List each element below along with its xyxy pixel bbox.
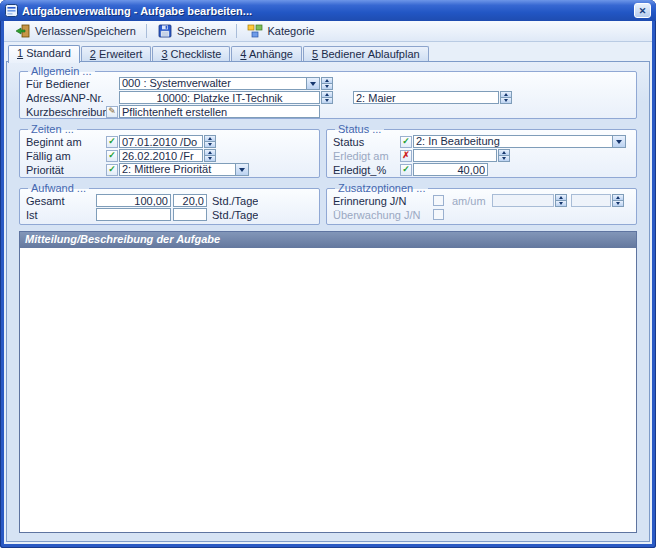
tab-checkliste[interactable]: 3 Checkliste — [152, 46, 230, 62]
am-um-label: am/um — [452, 195, 486, 207]
group-zusatzoptionen: Zusatzoptionen ... Erinnerung J/N am/um … — [326, 182, 637, 225]
check-icon[interactable]: ✓ — [106, 136, 118, 148]
spin-up-icon[interactable] — [321, 91, 333, 98]
erledigt-prozent-input[interactable] — [413, 163, 488, 176]
adress-stepper[interactable] — [321, 91, 333, 104]
group-aufwand: Aufwand ... Gesamt Std./Tage Ist Std./Ta… — [19, 182, 320, 225]
faellig-am-row: Fällig am ✓ — [26, 149, 313, 162]
mitteilung-panel: Mitteilung/Beschreibung der Aufgabe — [19, 231, 637, 533]
spin-up-icon[interactable] — [204, 149, 216, 156]
tab-erweitert[interactable]: 2 Erweitert — [81, 46, 152, 62]
spin-down-icon[interactable] — [500, 98, 512, 104]
category-label: Kategorie — [267, 24, 314, 38]
erinnerung-zeit-stepper[interactable] — [612, 194, 624, 207]
spin-down-icon[interactable] — [204, 142, 216, 148]
erledigt-am-label: Erledigt am — [333, 150, 400, 162]
erinnerung-row: Erinnerung J/N am/um — [333, 194, 630, 207]
gesamt-stunden-input[interactable] — [96, 194, 171, 207]
chevron-down-icon[interactable] — [235, 164, 248, 175]
spin-up-icon[interactable] — [498, 149, 510, 156]
spin-up-icon[interactable] — [204, 135, 216, 142]
erledigt-am-stepper[interactable] — [498, 149, 510, 162]
group-allgemein: Allgemein ... Für Bediener 000 : Systemv… — [19, 65, 637, 119]
prioritaet-combo[interactable]: 2: Mittlere Priorität — [119, 163, 249, 176]
tab-bediener-ablaufplan[interactable]: 5 Bediener Ablaufplan — [303, 46, 429, 62]
edit-icon[interactable]: ✎ — [106, 106, 118, 118]
spin-up-icon[interactable] — [500, 91, 512, 98]
ist-tage-input[interactable] — [173, 208, 207, 221]
beginnt-am-row: Beginnt am ✓ — [26, 135, 313, 148]
fuer-bediener-label: Für Bediener — [26, 78, 119, 90]
beginnt-am-stepper[interactable] — [204, 135, 216, 148]
group-aufwand-title: Aufwand ... — [28, 182, 89, 194]
standard-tab-page: Allgemein ... Für Bediener 000 : Systemv… — [6, 61, 650, 542]
ueberwachung-checkbox[interactable] — [433, 209, 444, 220]
ist-stunden-input[interactable] — [96, 208, 171, 221]
category-button[interactable]: Kategorie — [240, 22, 321, 40]
tab-anhaenge[interactable]: 4 Anhänge — [231, 46, 302, 62]
spin-up-icon[interactable] — [321, 77, 333, 84]
group-allgemein-title: Allgemein ... — [28, 65, 95, 77]
kurzbeschreibung-input[interactable] — [119, 105, 320, 118]
gesamt-tage-input[interactable] — [173, 194, 207, 207]
spin-down-icon[interactable] — [555, 201, 567, 207]
erledigt-am-input[interactable] — [413, 149, 497, 162]
ist-label: Ist — [26, 209, 96, 221]
clear-x-icon[interactable]: ✗ — [400, 150, 412, 162]
faellig-am-stepper[interactable] — [204, 149, 216, 162]
kurzbeschreibung-label: Kurzbeschreibung — [26, 106, 106, 118]
adress-input[interactable] — [119, 91, 320, 104]
contact-person-stepper[interactable] — [500, 91, 512, 104]
check-icon[interactable]: ✓ — [400, 136, 412, 148]
erledigt-prozent-row: Erledigt_% ✓ — [333, 163, 630, 176]
prioritaet-row: Priorität ✓ 2: Mittlere Priorität — [26, 163, 313, 176]
status-combo[interactable]: 2: In Bearbeitung — [413, 135, 626, 148]
fuer-bediener-stepper[interactable] — [321, 77, 333, 90]
spin-up-icon[interactable] — [555, 194, 567, 201]
spin-down-icon[interactable] — [204, 156, 216, 162]
save-button[interactable]: Speichern — [150, 22, 234, 40]
spin-up-icon[interactable] — [612, 194, 624, 201]
beginnt-am-label: Beginnt am — [26, 136, 106, 148]
erinnerung-datum-stepper[interactable] — [555, 194, 567, 207]
toolbar: Verlassen/Speichern Speichern Kategorie — [4, 21, 652, 42]
check-icon[interactable]: ✓ — [400, 164, 412, 176]
erinnerung-zeit-input[interactable] — [571, 194, 611, 207]
mitteilung-header: Mitteilung/Beschreibung der Aufgabe — [20, 232, 636, 248]
ist-unit-label: Std./Tage — [212, 209, 258, 221]
spin-down-icon[interactable] — [612, 201, 624, 207]
client-area: Verlassen/Speichern Speichern Kategorie … — [4, 21, 652, 544]
tab-standard[interactable]: 1 Standard — [8, 45, 80, 63]
group-zeiten-title: Zeiten ... — [28, 123, 77, 135]
beginnt-am-input[interactable] — [119, 135, 203, 148]
fuer-bediener-combo[interactable]: 000 : Systemverwalter — [119, 77, 320, 90]
titlebar[interactable]: Aufgabenverwaltung - Aufgabe bearbeiten.… — [0, 0, 656, 21]
exit-door-icon — [15, 23, 31, 39]
check-icon[interactable]: ✓ — [106, 150, 118, 162]
gesamt-label: Gesamt — [26, 195, 96, 207]
erinnerung-datum-input[interactable] — [492, 194, 554, 207]
kurzbeschreibung-row: Kurzbeschreibung ✎ — [26, 105, 630, 118]
gesamt-row: Gesamt Std./Tage — [26, 194, 313, 207]
group-status-title: Status ... — [335, 123, 384, 135]
mitteilung-textarea[interactable] — [20, 248, 636, 532]
close-button[interactable]: ✕ — [634, 3, 651, 18]
adress-label: Adress/ANP-Nr. — [26, 92, 119, 104]
faellig-am-input[interactable] — [119, 149, 203, 162]
spin-down-icon[interactable] — [321, 84, 333, 90]
category-icon — [247, 23, 263, 39]
erledigt-prozent-label: Erledigt_% — [333, 164, 400, 176]
leave-save-button[interactable]: Verlassen/Speichern — [8, 22, 143, 40]
check-icon[interactable]: ✓ — [106, 164, 118, 176]
contact-person-input[interactable] — [353, 91, 499, 104]
chevron-down-icon[interactable] — [306, 78, 319, 89]
app-icon — [5, 4, 18, 17]
group-status: Status ... Status ✓ 2: In Bearbeitung Er… — [326, 123, 637, 178]
app-window: Aufgabenverwaltung - Aufgabe bearbeiten.… — [0, 0, 656, 548]
spin-down-icon[interactable] — [498, 156, 510, 162]
spin-down-icon[interactable] — [321, 98, 333, 104]
group-zeiten: Zeiten ... Beginnt am ✓ Fällig am ✓ Prio… — [19, 123, 320, 178]
chevron-down-icon[interactable] — [612, 136, 625, 147]
status-row: Status ✓ 2: In Bearbeitung — [333, 135, 630, 148]
erinnerung-checkbox[interactable] — [433, 195, 444, 206]
